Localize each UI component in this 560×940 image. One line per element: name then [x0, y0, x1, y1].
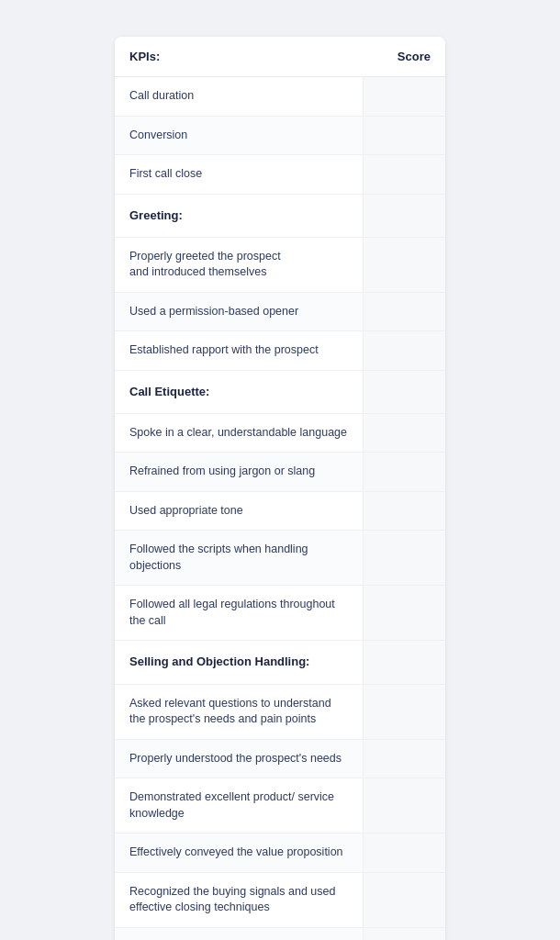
kpi-score-cell [363, 292, 445, 331]
kpi-score-cell [363, 586, 445, 641]
kpi-label: Refrained from using jargon or slang [115, 453, 363, 492]
kpi-label: Used appropriate tone [115, 491, 363, 531]
section-header-label: Call Etiquette: [115, 370, 363, 413]
kpi-score-cell [363, 778, 445, 834]
kpi-label: Handled objections confidently and profe… [115, 927, 363, 940]
kpi-column-header: KPIs: [115, 37, 363, 77]
section-header-label: Selling and Objection Handling: [115, 641, 363, 684]
kpi-label: Conversion [115, 116, 363, 155]
kpi-score-cell [363, 834, 445, 873]
kpi-label: Demonstrated excellent product/ service … [115, 778, 363, 834]
kpi-score-cell [363, 77, 445, 117]
kpi-score-cell [363, 237, 445, 292]
section-score-cell [363, 370, 445, 413]
kpi-score-cell [363, 155, 445, 195]
kpi-score-cell [363, 927, 445, 940]
kpi-score-cell [363, 453, 445, 492]
kpi-table-container: KPIs: Score Call durationConversionFirst… [115, 37, 445, 940]
section-score-cell [363, 641, 445, 684]
section-header-label: Greeting: [115, 194, 363, 237]
kpi-label: Established rapport with the prospect [115, 331, 363, 371]
kpi-label: Properly greeted the prospectand introdu… [115, 237, 363, 292]
kpi-score-cell [363, 491, 445, 531]
kpi-label: Spoke in a clear, understandable languag… [115, 413, 363, 453]
kpi-label: Followed all legal regulations throughou… [115, 586, 363, 641]
kpi-score-cell [363, 872, 445, 927]
kpi-label: Followed the scripts when handling objec… [115, 531, 363, 586]
kpi-score-cell [363, 116, 445, 155]
kpi-label: Effectively conveyed the value propositi… [115, 834, 363, 873]
kpi-score-cell [363, 531, 445, 586]
kpi-score-cell [363, 331, 445, 371]
kpi-label: Used a permission-based opener [115, 292, 363, 331]
section-score-cell [363, 194, 445, 237]
kpi-label: First call close [115, 155, 363, 195]
kpi-label: Recognized the buying signals and usedef… [115, 872, 363, 927]
kpi-label: Asked relevant questions to understandth… [115, 684, 363, 739]
kpi-score-cell [363, 684, 445, 739]
kpi-label: Call duration [115, 77, 363, 117]
kpi-table: KPIs: Score Call durationConversionFirst… [115, 37, 445, 940]
kpi-score-cell [363, 413, 445, 453]
kpi-label: Properly understood the prospect's needs [115, 739, 363, 778]
score-column-header: Score [363, 37, 445, 77]
kpi-score-cell [363, 739, 445, 778]
